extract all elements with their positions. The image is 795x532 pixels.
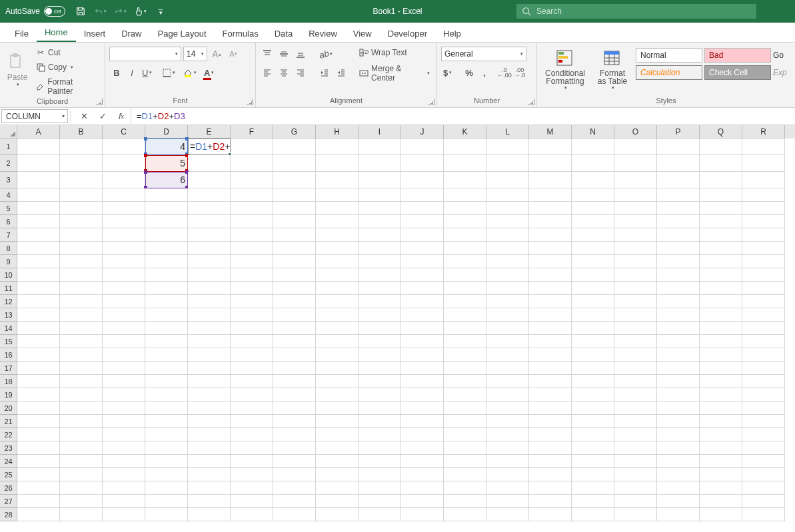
cell-L21[interactable] — [486, 415, 529, 428]
cell-E20[interactable] — [188, 401, 231, 415]
cell-D9[interactable] — [145, 255, 188, 268]
cell-N17[interactable] — [572, 362, 614, 375]
cell-P12[interactable] — [657, 295, 700, 308]
cell-Q7[interactable] — [700, 228, 742, 242]
cell-D10[interactable] — [145, 268, 188, 282]
cell-N28[interactable] — [572, 508, 614, 521]
cell-I10[interactable] — [359, 268, 401, 282]
cell-N4[interactable] — [572, 188, 614, 202]
row-header-8[interactable]: 8 — [0, 242, 17, 255]
cell-K12[interactable] — [444, 295, 486, 308]
cell-H5[interactable] — [316, 202, 359, 215]
cell-P20[interactable] — [657, 401, 700, 415]
column-header-B[interactable]: B — [60, 125, 103, 138]
cell-F9[interactable] — [231, 255, 273, 268]
tab-view[interactable]: View — [345, 25, 380, 42]
cell-G27[interactable] — [273, 495, 316, 508]
cell-R10[interactable] — [742, 268, 785, 282]
cell-K23[interactable] — [444, 441, 486, 455]
cell-N27[interactable] — [572, 495, 614, 508]
cell-B25[interactable] — [60, 468, 103, 481]
cell-M20[interactable] — [529, 401, 572, 415]
cell-B10[interactable] — [60, 268, 103, 282]
cell-H24[interactable] — [316, 455, 359, 468]
cell-N24[interactable] — [572, 455, 614, 468]
cell-K25[interactable] — [444, 468, 486, 481]
cell-N16[interactable] — [572, 348, 614, 362]
cell-F21[interactable] — [231, 415, 273, 428]
cell-M5[interactable] — [529, 202, 572, 215]
cell-D27[interactable] — [145, 495, 188, 508]
cell-Q26[interactable] — [700, 481, 742, 495]
cell-G6[interactable] — [273, 215, 316, 228]
cell-E28[interactable] — [188, 508, 231, 521]
cell-C9[interactable] — [103, 255, 145, 268]
cell-C4[interactable] — [103, 188, 145, 202]
column-header-F[interactable]: F — [231, 125, 273, 138]
row-header-9[interactable]: 9 — [0, 255, 17, 268]
cell-L26[interactable] — [486, 481, 529, 495]
decrease-font-button[interactable]: A▾ — [226, 47, 241, 61]
cancel-formula-button[interactable]: ✕ — [75, 111, 93, 121]
tab-developer[interactable]: Developer — [380, 25, 435, 42]
font-dialog-launcher[interactable] — [247, 99, 253, 105]
font-color-button[interactable]: A▾ — [202, 65, 222, 80]
borders-button[interactable]: ▾ — [161, 65, 181, 80]
cell-I18[interactable] — [359, 375, 401, 388]
cell-B24[interactable] — [60, 455, 103, 468]
cell-M28[interactable] — [529, 508, 572, 521]
cell-G11[interactable] — [273, 282, 316, 295]
cell-M3[interactable] — [529, 172, 572, 188]
cell-C5[interactable] — [103, 202, 145, 215]
cell-K3[interactable] — [444, 172, 486, 188]
row-header-25[interactable]: 25 — [0, 468, 17, 481]
cell-J6[interactable] — [401, 215, 444, 228]
percent-button[interactable]: % — [462, 65, 476, 80]
cell-A23[interactable] — [17, 441, 60, 455]
cell-A4[interactable] — [17, 188, 60, 202]
cell-D6[interactable] — [145, 215, 188, 228]
cell-style-check-cell[interactable]: Check Cell — [704, 65, 771, 80]
cell-A16[interactable] — [17, 348, 60, 362]
cell-G12[interactable] — [273, 295, 316, 308]
cell-M14[interactable] — [529, 322, 572, 335]
cell-K13[interactable] — [444, 308, 486, 322]
row-header-17[interactable]: 17 — [0, 362, 17, 375]
cell-E9[interactable] — [188, 255, 231, 268]
cell-E11[interactable] — [188, 282, 231, 295]
row-header-27[interactable]: 27 — [0, 495, 17, 508]
cell-R6[interactable] — [742, 215, 785, 228]
cell-F17[interactable] — [231, 362, 273, 375]
cell-G10[interactable] — [273, 268, 316, 282]
cell-F12[interactable] — [231, 295, 273, 308]
cell-R28[interactable] — [742, 508, 785, 521]
italic-button[interactable]: I — [125, 65, 139, 80]
cell-G18[interactable] — [273, 375, 316, 388]
row-header-3[interactable]: 3 — [0, 172, 17, 188]
cell-J15[interactable] — [401, 335, 444, 348]
cell-N1[interactable] — [572, 138, 614, 155]
cell-K21[interactable] — [444, 415, 486, 428]
cell-F13[interactable] — [231, 308, 273, 322]
cell-M7[interactable] — [529, 228, 572, 242]
cell-I8[interactable] — [359, 242, 401, 255]
cell-M19[interactable] — [529, 388, 572, 401]
cell-O6[interactable] — [614, 215, 657, 228]
cell-O17[interactable] — [614, 362, 657, 375]
cell-D21[interactable] — [145, 415, 188, 428]
cell-B14[interactable] — [60, 322, 103, 335]
row-header-13[interactable]: 13 — [0, 308, 17, 322]
cell-L28[interactable] — [486, 508, 529, 521]
cell-H27[interactable] — [316, 495, 359, 508]
cell-R24[interactable] — [742, 455, 785, 468]
cell-Q1[interactable] — [700, 138, 742, 155]
cell-P25[interactable] — [657, 468, 700, 481]
row-header-12[interactable]: 12 — [0, 295, 17, 308]
cell-I23[interactable] — [359, 441, 401, 455]
cell-N14[interactable] — [572, 322, 614, 335]
cell-N5[interactable] — [572, 202, 614, 215]
cell-D19[interactable] — [145, 388, 188, 401]
cell-H9[interactable] — [316, 255, 359, 268]
cell-I20[interactable] — [359, 401, 401, 415]
row-header-7[interactable]: 7 — [0, 228, 17, 242]
